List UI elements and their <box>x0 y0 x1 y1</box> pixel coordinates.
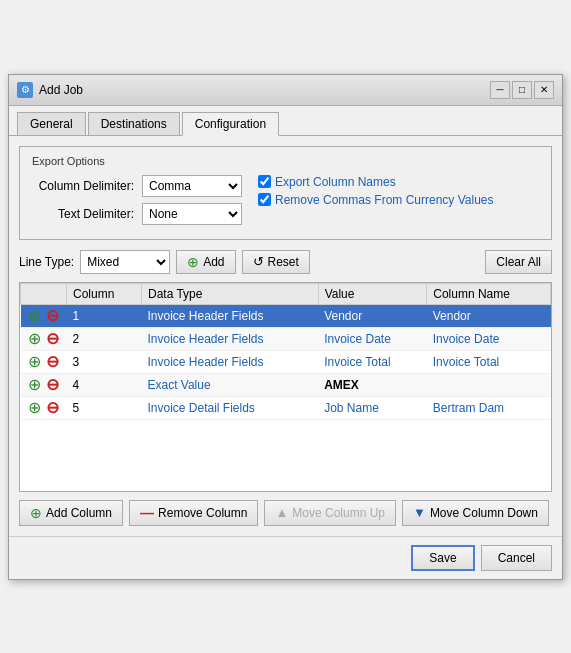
line-type-label: Line Type: <box>19 255 74 269</box>
row-data-type: Invoice Header Fields <box>141 327 318 350</box>
main-content: Export Options Column Delimiter: Comma T… <box>9 136 562 536</box>
line-type-select[interactable]: Mixed Header Detail <box>80 250 170 274</box>
title-bar: ⚙ Add Job ─ □ ✕ <box>9 75 562 106</box>
add-column-button[interactable]: ⊕ Add Column <box>19 500 123 526</box>
row-actions: ⊕ ⊖ <box>21 350 67 373</box>
row-data-type: Exact Value <box>141 373 318 396</box>
col-header-value: Value <box>318 283 427 304</box>
add-icon: ⊕ <box>187 254 199 270</box>
row-value: Vendor <box>318 304 427 327</box>
remove-commas-checkbox[interactable]: Remove Commas From Currency Values <box>258 193 494 207</box>
footer: Save Cancel <box>9 536 562 579</box>
title-bar-left: ⚙ Add Job <box>17 82 83 98</box>
row-add-icon[interactable]: ⊕ <box>27 377 43 393</box>
col-header-actions <box>21 283 67 304</box>
export-column-names-input[interactable] <box>258 175 271 188</box>
add-col-icon: ⊕ <box>30 505 42 521</box>
column-table: Column Data Type Value Column Name ⊕ ⊖ 1… <box>20 283 551 420</box>
row-data-type: Invoice Header Fields <box>141 350 318 373</box>
row-remove-icon[interactable]: ⊖ <box>45 354 61 370</box>
clear-all-label: Clear All <box>496 255 541 269</box>
export-options-group: Export Options Column Delimiter: Comma T… <box>19 146 552 240</box>
move-down-button[interactable]: ▼ Move Column Down <box>402 500 549 526</box>
maximize-button[interactable]: □ <box>512 81 532 99</box>
title-controls: ─ □ ✕ <box>490 81 554 99</box>
move-down-icon: ▼ <box>413 505 426 520</box>
row-col-name: Vendor <box>427 304 551 327</box>
column-delimiter-select[interactable]: Comma Tab Semicolon Pipe <box>142 175 242 197</box>
table-row[interactable]: ⊕ ⊖ 3 Invoice Header Fields Invoice Tota… <box>21 350 551 373</box>
row-col-num: 1 <box>67 304 142 327</box>
move-up-icon: ▲ <box>275 505 288 520</box>
clear-all-button[interactable]: Clear All <box>485 250 552 274</box>
move-down-label: Move Column Down <box>430 506 538 520</box>
tab-destinations[interactable]: Destinations <box>88 112 180 135</box>
row-remove-icon[interactable]: ⊖ <box>45 377 61 393</box>
row-col-name: Invoice Total <box>427 350 551 373</box>
add-button[interactable]: ⊕ Add <box>176 250 235 274</box>
move-up-label: Move Column Up <box>292 506 385 520</box>
column-delimiter-row: Column Delimiter: Comma Tab Semicolon Pi… <box>32 175 242 197</box>
row-add-icon[interactable]: ⊕ <box>27 308 43 324</box>
table-row[interactable]: ⊕ ⊖ 4 Exact Value AMEX <box>21 373 551 396</box>
table-row[interactable]: ⊕ ⊖ 1 Invoice Header Fields Vendor Vendo… <box>21 304 551 327</box>
reset-button[interactable]: ↺ Reset <box>242 250 310 274</box>
tab-bar: General Destinations Configuration <box>9 106 562 136</box>
row-value: Job Name <box>318 396 427 419</box>
row-col-name: Invoice Date <box>427 327 551 350</box>
main-window: ⚙ Add Job ─ □ ✕ General Destinations Con… <box>8 74 563 580</box>
row-col-num: 4 <box>67 373 142 396</box>
tab-configuration[interactable]: Configuration <box>182 112 279 136</box>
remove-commas-label: Remove Commas From Currency Values <box>275 193 494 207</box>
minimize-button[interactable]: ─ <box>490 81 510 99</box>
bottom-buttons: ⊕ Add Column — Remove Column ▲ Move Colu… <box>19 500 552 526</box>
row-remove-icon[interactable]: ⊖ <box>45 331 61 347</box>
line-type-row: Line Type: Mixed Header Detail ⊕ Add ↺ R… <box>19 250 552 274</box>
checkboxes-group: Export Column Names Remove Commas From C… <box>258 175 494 207</box>
reset-icon: ↺ <box>253 254 264 269</box>
row-col-name <box>427 373 551 396</box>
row-data-type: Invoice Detail Fields <box>141 396 318 419</box>
remove-commas-input[interactable] <box>258 193 271 206</box>
row-value: Invoice Date <box>318 327 427 350</box>
row-add-icon[interactable]: ⊕ <box>27 331 43 347</box>
column-delimiter-label: Column Delimiter: <box>32 179 142 193</box>
row-remove-icon[interactable]: ⊖ <box>45 308 61 324</box>
text-delimiter-row: Text Delimiter: None Double Quote Single… <box>32 203 242 225</box>
row-actions: ⊕ ⊖ <box>21 396 67 419</box>
text-delimiter-label: Text Delimiter: <box>32 207 142 221</box>
reset-label: Reset <box>268 255 299 269</box>
row-data-type: Invoice Header Fields <box>141 304 318 327</box>
add-label: Add <box>203 255 224 269</box>
close-button[interactable]: ✕ <box>534 81 554 99</box>
row-value: AMEX <box>318 373 427 396</box>
col-header-data-type: Data Type <box>141 283 318 304</box>
remove-column-button[interactable]: — Remove Column <box>129 500 258 526</box>
row-remove-icon[interactable]: ⊖ <box>45 400 61 416</box>
row-col-num: 2 <box>67 327 142 350</box>
export-column-names-checkbox[interactable]: Export Column Names <box>258 175 494 189</box>
row-col-name: Bertram Dam <box>427 396 551 419</box>
row-add-icon[interactable]: ⊕ <box>27 400 43 416</box>
row-col-num: 3 <box>67 350 142 373</box>
cancel-button[interactable]: Cancel <box>481 545 552 571</box>
col-header-col-name: Column Name <box>427 283 551 304</box>
row-col-num: 5 <box>67 396 142 419</box>
table-row[interactable]: ⊕ ⊖ 5 Invoice Detail Fields Job Name Ber… <box>21 396 551 419</box>
column-table-container: Column Data Type Value Column Name ⊕ ⊖ 1… <box>19 282 552 492</box>
text-delimiter-select[interactable]: None Double Quote Single Quote <box>142 203 242 225</box>
row-actions: ⊕ ⊖ <box>21 327 67 350</box>
window-title: Add Job <box>39 83 83 97</box>
col-header-column: Column <box>67 283 142 304</box>
table-header-row: Column Data Type Value Column Name <box>21 283 551 304</box>
save-button[interactable]: Save <box>411 545 474 571</box>
export-options-title: Export Options <box>32 155 539 167</box>
row-actions: ⊕ ⊖ <box>21 304 67 327</box>
add-col-label: Add Column <box>46 506 112 520</box>
remove-col-icon: — <box>140 505 154 521</box>
row-add-icon[interactable]: ⊕ <box>27 354 43 370</box>
table-row[interactable]: ⊕ ⊖ 2 Invoice Header Fields Invoice Date… <box>21 327 551 350</box>
remove-col-label: Remove Column <box>158 506 247 520</box>
tab-general[interactable]: General <box>17 112 86 135</box>
move-up-button[interactable]: ▲ Move Column Up <box>264 500 396 526</box>
